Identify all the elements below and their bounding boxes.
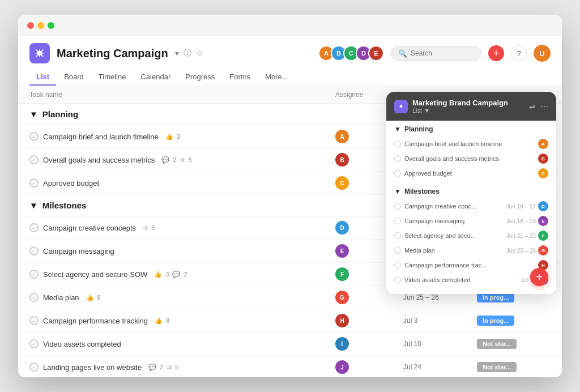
panel-check — [394, 170, 401, 177]
task-name-cell: ✓ Campaign brief and launch timeline 👍 3 — [29, 132, 335, 141]
floating-panel: ✦ Marketing Brand Campaign List ▼ ⇌ ⋯ — [386, 92, 556, 294]
user-avatar[interactable]: U — [534, 45, 551, 62]
panel-header-left: ✦ Marketing Brand Campaign List ▼ — [394, 99, 508, 114]
panel-task-row[interactable]: Overall goals and success metrics B — [394, 151, 548, 166]
section-title: Milestones — [42, 201, 87, 210]
search-bar[interactable]: 🔍 — [391, 46, 481, 61]
help-button[interactable]: ? — [511, 45, 527, 61]
like-count: 8 — [97, 294, 101, 301]
panel-avatar: A — [538, 139, 548, 149]
task-meta: 👍 8 — [155, 317, 169, 325]
panel-task-name: Campaign messaging — [404, 218, 464, 224]
panel-task-row[interactable]: Campaign brief and launch timeline A — [394, 137, 548, 151]
subtask-count: 5 — [175, 364, 178, 370]
close-button[interactable] — [27, 22, 34, 29]
task-check[interactable]: ✓ — [29, 132, 39, 141]
panel-task-row[interactable]: Approved budget C — [394, 166, 548, 181]
task-name-cell: ✓ Video assets completed — [29, 339, 335, 348]
task-name-cell: ✓ Media plan 👍 8 — [29, 293, 335, 302]
panel-icon: ✦ — [394, 100, 408, 113]
chevron-down-icon: ▼ — [394, 125, 401, 133]
tab-timeline[interactable]: Timeline — [92, 69, 133, 86]
panel-task-row[interactable]: Select agency and secu... Jun 21 – 22 F — [394, 228, 548, 243]
task-name: Overall goals and success metrics — [43, 156, 155, 164]
panel-avatar: C — [538, 168, 548, 178]
assignee-avatar: I — [335, 337, 349, 351]
app-icon — [29, 43, 50, 63]
assignee-cell: H — [335, 314, 403, 327]
task-meta: 👍 3 💬 2 — [154, 271, 187, 278]
header-icons: ▾ ⓘ ☆ — [175, 48, 203, 58]
task-check[interactable]: ✓ — [29, 223, 39, 232]
star-icon[interactable]: ☆ — [196, 49, 203, 58]
tab-progress[interactable]: Progress — [178, 69, 221, 86]
task-name-cell: ✓ Campaign creative concepts ⇉ 3 — [29, 223, 335, 232]
tab-board[interactable]: Board — [57, 69, 91, 86]
nav-tabs: List Board Timeline Calendar Progress Fo… — [29, 69, 551, 86]
search-icon: 🔍 — [398, 49, 407, 58]
panel-task-row[interactable]: Media plan Jun 25 – 26 G — [394, 243, 548, 258]
titlebar — [18, 15, 562, 36]
panel-date: Jun 18 – 20 — [506, 218, 536, 224]
task-name: Approved budget — [43, 179, 99, 188]
panel-task-row[interactable]: Video assets completed Jul 10 I — [394, 272, 548, 287]
chevron-down-icon: ▼ — [394, 188, 401, 195]
traffic-lights — [27, 22, 54, 29]
task-check[interactable]: ✓ — [29, 293, 39, 302]
task-check[interactable]: ✓ — [29, 155, 39, 164]
panel-check — [394, 247, 401, 254]
panel-task-row[interactable]: Campaign messaging Jun 18 – 20 E — [394, 214, 548, 228]
col-task-name: Task name — [29, 91, 335, 99]
panel-section-planning: ▼ Planning Campaign brief and launch tim… — [386, 121, 556, 183]
task-check[interactable]: ✓ — [29, 270, 39, 279]
table-row[interactable]: ✓ Campaign performance tracking 👍 8 H Ju… — [18, 309, 562, 333]
task-name-cell: ✓ Campaign performance tracking 👍 8 — [29, 316, 335, 325]
minimize-button[interactable] — [37, 22, 44, 29]
panel-section-name: Milestones — [404, 188, 440, 195]
info-icon[interactable]: ⓘ — [184, 48, 191, 58]
more-icon[interactable]: ⋯ — [540, 102, 548, 111]
task-check[interactable]: ✓ — [29, 339, 39, 348]
tab-more[interactable]: More... — [258, 69, 295, 86]
task-name: Campaign messaging — [43, 247, 114, 255]
task-check[interactable]: ✓ — [29, 363, 39, 372]
task-name: Landing pages live on website — [43, 363, 142, 372]
due-date: Jun 25 – 26 — [403, 293, 477, 301]
panel-date: Jun 19 – 27 — [506, 203, 536, 210]
tab-forms[interactable]: Forms — [223, 69, 257, 86]
panel-task-row[interactable]: Campaign performance trac... H — [394, 258, 548, 272]
task-check[interactable]: ✓ — [29, 178, 39, 188]
like-count: 3 — [165, 271, 169, 278]
task-check[interactable]: ✓ — [29, 246, 39, 255]
status-badge: Not star... — [477, 362, 551, 372]
svg-rect-1 — [37, 51, 42, 56]
panel-title: Marketing Brand Campaign — [412, 99, 508, 107]
section-title: Planning — [42, 109, 78, 119]
assignee-cell: I — [335, 337, 403, 351]
task-name-cell: ✓ Select agency and secure SOW 👍 3 💬 2 — [29, 270, 335, 279]
maximize-button[interactable] — [48, 22, 54, 29]
panel-section-name: Planning — [404, 125, 433, 133]
task-check[interactable]: ✓ — [29, 316, 39, 325]
task-name: Campaign performance tracking — [43, 317, 148, 325]
table-row[interactable]: ✓ Video assets completed I Jul 10 Not st… — [18, 333, 562, 356]
like-count: 3 — [177, 133, 180, 140]
search-input[interactable] — [411, 49, 467, 57]
subtask-icon: ⇉ — [180, 156, 185, 164]
panel-avatar: D — [538, 201, 548, 211]
panel-fab-button[interactable]: + — [530, 268, 548, 286]
task-name: Campaign brief and launch timeline — [43, 133, 159, 141]
tab-calendar[interactable]: Calendar — [134, 69, 177, 86]
panel-task-name: Campaign performance trac... — [404, 262, 487, 269]
settings-icon[interactable]: ⇌ — [529, 102, 536, 111]
chevron-down-icon[interactable]: ▾ — [175, 49, 179, 58]
panel-task-name: Video assets completed — [404, 276, 471, 283]
assignee-avatar: C — [335, 176, 349, 190]
table-row[interactable]: ✓ Landing pages live on website 💬 2 ⇉ 5 … — [18, 356, 562, 377]
task-name-cell: ✓ Landing pages live on website 💬 2 ⇉ 5 — [29, 363, 335, 372]
tab-list[interactable]: List — [29, 69, 56, 86]
panel-task-row[interactable]: Campaign creative conc... Jun 19 – 27 D — [394, 199, 548, 214]
add-button[interactable]: + — [488, 45, 504, 61]
panel-check — [394, 155, 401, 162]
assignee-avatar: J — [335, 360, 349, 374]
